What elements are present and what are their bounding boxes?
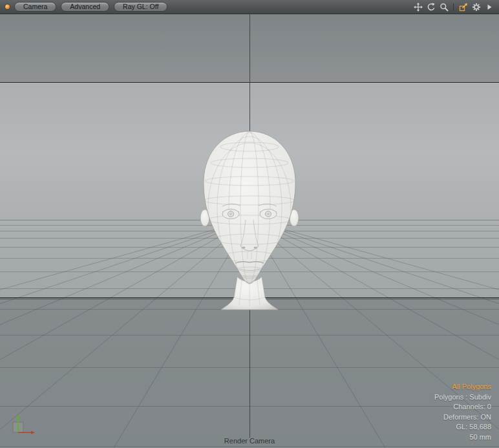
toolbar-icon-row [413, 2, 494, 12]
viewport-toolbar: Camera Advanced Ray GL: Off [0, 0, 499, 14]
viewport-indicator-dot[interactable] [5, 5, 10, 9]
viewport-info-readout: All Polygons Polygons : Subdiv Channels:… [434, 382, 491, 442]
focal-length-label: 50 mm [434, 432, 491, 443]
raygl-toggle-button[interactable]: Ray GL: Off [114, 2, 167, 12]
3d-viewport[interactable]: Render Camera All Polygons Polygons : Su… [0, 14, 499, 448]
zoom-icon[interactable] [439, 2, 449, 12]
channels-count-label: Channels: 0 [434, 402, 491, 412]
rotate-icon[interactable] [426, 2, 436, 12]
camera-menu-button[interactable]: Camera [14, 2, 56, 12]
gear-icon[interactable] [471, 2, 481, 12]
viewport-canvas [0, 14, 499, 448]
expand-arrow-icon[interactable] [484, 2, 494, 12]
advanced-menu-button[interactable]: Advanced [61, 2, 109, 12]
deformers-state-label: Deformers: ON [434, 412, 491, 423]
pan-icon[interactable] [413, 2, 423, 12]
polygons-type-label: Polygons : Subdiv [434, 392, 491, 403]
toolbar-divider [453, 3, 454, 11]
fit-icon[interactable] [458, 2, 468, 12]
gl-count-label: GL: 58,688 [434, 422, 491, 432]
3d-viewport-window: Camera Advanced Ray GL: Off [0, 0, 499, 448]
selection-mode-label: All Polygons [434, 382, 491, 392]
camera-name-label: Render Camera [224, 437, 275, 445]
